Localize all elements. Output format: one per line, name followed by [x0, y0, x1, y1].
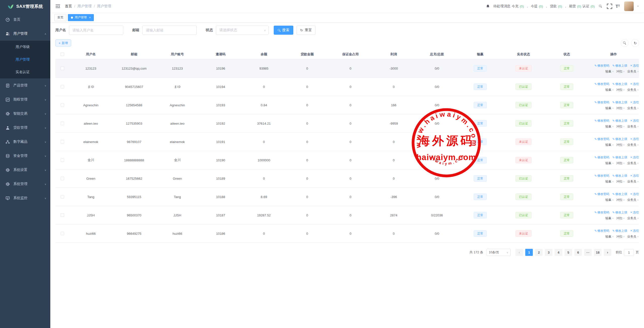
freeze-link[interactable]: 冻结: [630, 136, 639, 142]
next-page-button[interactable]: ›: [604, 249, 611, 256]
deduct-dropdown[interactable]: 冲扣: [616, 179, 625, 184]
win-lose-dropdown[interactable]: 输赢: [605, 216, 614, 221]
message-label[interactable]: 期货: [569, 4, 576, 9]
edit-password-link[interactable]: 修改密码: [594, 210, 609, 215]
row-checkbox[interactable]: [61, 158, 64, 162]
salesman-dropdown[interactable]: 业务员: [627, 179, 639, 184]
win-lose-dropdown[interactable]: 输赢: [605, 197, 614, 202]
salesman-dropdown[interactable]: 业务员: [627, 161, 639, 166]
sidebar-item-home[interactable]: 首页: [0, 13, 50, 27]
close-icon[interactable]: [89, 16, 91, 19]
edit-parent-link[interactable]: 修改上级: [612, 228, 627, 233]
edit-parent-link[interactable]: 修改上级: [612, 173, 627, 178]
salesman-dropdown[interactable]: 业务员: [627, 142, 639, 147]
row-checkbox[interactable]: [61, 103, 64, 107]
edit-password-link[interactable]: 修改密码: [594, 155, 609, 160]
tab-user-management[interactable]: 用户管理: [68, 14, 94, 21]
sidebar-item-digital-collectibles[interactable]: 数字藏品: [0, 135, 50, 149]
win-lose-dropdown[interactable]: 输赢: [605, 87, 614, 92]
row-checkbox[interactable]: [61, 177, 64, 180]
message-label[interactable]: 今提: [531, 4, 538, 9]
sidebar-item-smart-trading[interactable]: 智能交易: [0, 107, 50, 121]
edit-password-link[interactable]: 修改密码: [594, 100, 609, 105]
deduct-dropdown[interactable]: 冲扣: [616, 124, 625, 129]
deduct-dropdown[interactable]: 冲扣: [616, 142, 625, 147]
deduct-dropdown[interactable]: 冲扣: [616, 197, 625, 202]
page-button-4[interactable]: 4: [555, 249, 562, 256]
win-lose-dropdown[interactable]: 输赢: [605, 161, 614, 166]
freeze-link[interactable]: 冻结: [630, 63, 639, 68]
page-button-1[interactable]: 1: [525, 249, 533, 256]
more-pages-button[interactable]: ···: [584, 249, 592, 256]
salesman-dropdown[interactable]: 业务员: [627, 124, 639, 129]
row-checkbox[interactable]: [61, 195, 64, 199]
win-lose-dropdown[interactable]: 输赢: [605, 142, 614, 147]
row-checkbox[interactable]: [61, 213, 64, 217]
row-checkbox[interactable]: [61, 67, 64, 70]
goto-page-input[interactable]: [624, 249, 634, 256]
edit-password-link[interactable]: 修改密码: [594, 63, 609, 68]
edit-password-link[interactable]: 修改密码: [594, 173, 609, 178]
sidebar-item-product-management[interactable]: 产品管理: [0, 78, 50, 92]
sidebar-subitem-user-management[interactable]: 用户管理: [0, 53, 50, 66]
win-lose-dropdown[interactable]: 输赢: [605, 106, 614, 111]
deduct-dropdown[interactable]: 冲扣: [616, 216, 625, 221]
freeze-link[interactable]: 冻结: [630, 81, 639, 86]
row-checkbox[interactable]: [61, 85, 64, 88]
deduct-dropdown[interactable]: 冲扣: [616, 106, 625, 111]
salesman-dropdown[interactable]: 业务员: [627, 69, 639, 74]
freeze-link[interactable]: 冻结: [630, 173, 639, 178]
message-label[interactable]: 今充: [512, 4, 518, 9]
row-checkbox[interactable]: [61, 232, 64, 235]
avatar-caret-down-icon[interactable]: [637, 6, 639, 8]
sidebar-item-options-management[interactable]: 期权管理: [0, 92, 50, 107]
edit-parent-link[interactable]: 修改上级: [612, 118, 627, 123]
sidebar-item-system-monitor[interactable]: 系统监控: [0, 191, 50, 205]
row-checkbox[interactable]: [61, 140, 64, 144]
fullscreen-icon[interactable]: [607, 4, 612, 9]
freeze-link[interactable]: 冻结: [630, 192, 639, 197]
select-all-checkbox[interactable]: [61, 53, 64, 56]
edit-parent-link[interactable]: 修改上级: [612, 210, 627, 215]
deduct-dropdown[interactable]: 冲扣: [616, 87, 625, 92]
page-button-3[interactable]: 3: [545, 249, 552, 256]
page-button-18[interactable]: 18: [594, 249, 601, 256]
edit-password-link[interactable]: 修改密码: [594, 136, 609, 142]
edit-parent-link[interactable]: 修改上级: [612, 136, 627, 142]
sidebar-subitem-user-level[interactable]: 用户等级: [0, 41, 50, 53]
breadcrumb-home[interactable]: 首页: [65, 4, 72, 9]
edit-parent-link[interactable]: 修改上级: [612, 63, 627, 68]
avatar[interactable]: [624, 2, 634, 11]
page-size-select[interactable]: 10条/页: [487, 249, 511, 256]
page-button-6[interactable]: 6: [574, 249, 582, 256]
edit-password-link[interactable]: 修改密码: [594, 81, 609, 86]
sidebar-item-system-management[interactable]: 系统管理: [0, 177, 50, 191]
edit-parent-link[interactable]: 修改上级: [612, 192, 627, 197]
sidebar-item-user-management[interactable]: 用户管理: [0, 27, 50, 41]
edit-parent-link[interactable]: 修改上级: [612, 100, 627, 105]
win-lose-dropdown[interactable]: 输赢: [605, 179, 614, 184]
table-search-icon-button[interactable]: [621, 39, 628, 47]
edit-password-link[interactable]: 修改密码: [594, 118, 609, 123]
edit-parent-link[interactable]: 修改上级: [612, 155, 627, 160]
edit-password-link[interactable]: 修改密码: [594, 192, 609, 197]
salesman-dropdown[interactable]: 业务员: [627, 216, 639, 221]
status-select[interactable]: 请选择状态: [216, 26, 269, 35]
sidebar-subitem-real-name-auth[interactable]: 实名认证: [0, 66, 50, 78]
sidebar-item-funds-management[interactable]: 资金管理: [0, 149, 50, 163]
salesman-dropdown[interactable]: 业务员: [627, 106, 639, 111]
message-label[interactable]: 认证: [582, 4, 589, 9]
deduct-dropdown[interactable]: 冲扣: [616, 161, 625, 166]
sidebar-collapse-icon[interactable]: [55, 4, 60, 9]
page-button-2[interactable]: 2: [535, 249, 543, 256]
freeze-link[interactable]: 冻结: [630, 155, 639, 160]
win-lose-dropdown[interactable]: 输赢: [605, 234, 614, 239]
edit-parent-link[interactable]: 修改上级: [612, 81, 627, 86]
header-search-icon[interactable]: [598, 4, 603, 9]
row-checkbox[interactable]: [61, 122, 64, 125]
email-input[interactable]: [142, 26, 197, 35]
message-label[interactable]: 贷款: [550, 4, 557, 9]
freeze-link[interactable]: 冻结: [630, 118, 639, 123]
sidebar-item-system-settings[interactable]: 系统设置: [0, 163, 50, 177]
deduct-dropdown[interactable]: 冲扣: [616, 69, 625, 74]
